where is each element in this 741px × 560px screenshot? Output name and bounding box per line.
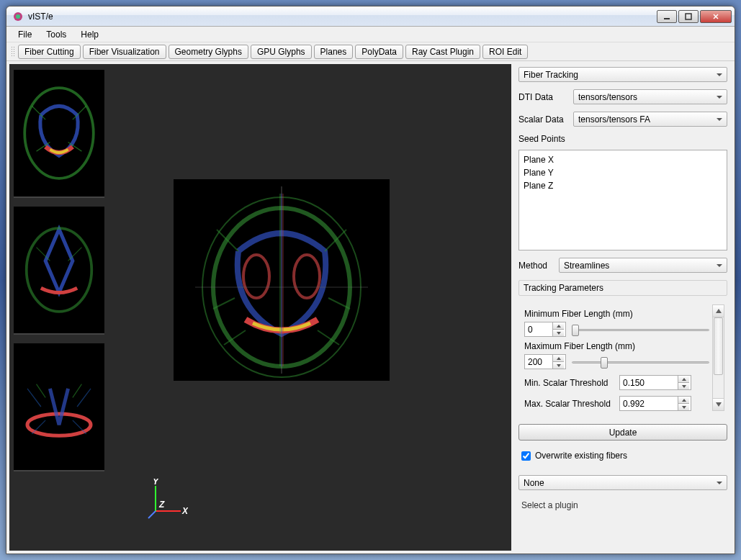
svg-point-10 [23, 225, 96, 315]
axis-z-label: Z [158, 500, 165, 510]
titlebar[interactable]: vIST/e [6, 6, 735, 27]
max-scalar-threshold-label: Max. Scalar Threshold [524, 399, 615, 409]
scroll-down-icon[interactable] [713, 398, 724, 410]
axis-x-label: X [181, 506, 188, 516]
tool-geometry-glyphs[interactable]: Geometry Glyphs [169, 45, 248, 59]
maximize-button[interactable] [678, 10, 699, 23]
min-fiber-length-input[interactable] [525, 325, 552, 335]
svg-rect-3 [686, 14, 691, 19]
plugin-hint: Select a plugin [518, 494, 727, 516]
min-scalar-threshold-label: Min. Scalar Threshold [524, 378, 615, 388]
min-fiber-length-label: Minimum Fiber Length (mm) [524, 309, 709, 319]
slice-thumbnails [9, 64, 109, 551]
axis-y-label: Y [153, 479, 159, 487]
tracking-params-header: Tracking Parameters [518, 280, 727, 296]
overwrite-fibers-checkbox[interactable] [521, 451, 531, 461]
close-button[interactable] [700, 10, 732, 23]
tool-gpu-glyphs[interactable]: GPU Glyphs [251, 45, 312, 59]
slice-coronal[interactable] [14, 207, 104, 335]
method-label: Method [518, 261, 554, 271]
update-button[interactable]: Update [518, 424, 727, 441]
list-item[interactable]: Plane X [524, 153, 722, 166]
svg-point-4 [21, 83, 97, 183]
scroll-thumb[interactable] [714, 317, 723, 375]
viewport: X Y Z [9, 64, 511, 551]
brain-volume [174, 179, 390, 381]
spin-down-icon[interactable] [553, 362, 564, 369]
spin-down-icon[interactable] [678, 383, 689, 389]
tool-polydata[interactable]: PolyData [355, 45, 403, 59]
plugin-select[interactable]: Fiber Tracking [518, 67, 727, 82]
app-window: vIST/e File Tools Help Fiber Cutting Fib… [6, 6, 735, 554]
tool-roi-edit[interactable]: ROI Edit [482, 45, 528, 59]
menu-file[interactable]: File [11, 28, 39, 41]
svg-rect-2 [664, 18, 670, 19]
tracking-params-panel: Minimum Fiber Length (mm) Maximum Fiber … [518, 300, 727, 414]
slice-sagittal[interactable] [14, 343, 104, 471]
spin-down-icon[interactable] [678, 404, 689, 410]
dti-data-select[interactable]: tensors/tensors [573, 89, 727, 104]
max-fiber-length-label: Maximum Fiber Length (mm) [524, 341, 709, 351]
min-scalar-threshold-spinner[interactable] [619, 375, 691, 390]
window-title: vIST/e [28, 12, 657, 22]
tool-planes[interactable]: Planes [314, 45, 354, 59]
max-fiber-length-input[interactable] [525, 357, 552, 367]
3d-viewport[interactable]: X Y Z [109, 64, 511, 551]
method-select[interactable]: Streamlines [559, 258, 727, 273]
seed-points-label: Seed Points [518, 134, 727, 144]
tool-fiber-cutting[interactable]: Fiber Cutting [18, 45, 81, 59]
svg-rect-14 [23, 379, 96, 443]
scalar-data-select[interactable]: tensors/tensors FA [573, 112, 727, 127]
min-fiber-length-slider[interactable] [572, 322, 709, 337]
spin-down-icon[interactable] [553, 330, 564, 336]
tool-fiber-visualization[interactable]: Fiber Visualization [83, 45, 166, 59]
dti-data-label: DTI Data [518, 92, 569, 102]
max-scalar-threshold-spinner[interactable] [619, 396, 691, 411]
scalar-data-label: Scalar Data [518, 114, 569, 125]
max-fiber-length-spinner[interactable] [524, 354, 566, 369]
axis-gizmo: X Y Z [145, 479, 188, 522]
seed-points-list[interactable]: Plane X Plane Y Plane Z [518, 150, 727, 250]
spin-up-icon[interactable] [678, 397, 689, 404]
tool-ray-cast-plugin[interactable]: Ray Cast Plugin [405, 45, 480, 59]
main-area: X Y Z Fiber Tracking DTI Data tensors/te… [6, 61, 735, 554]
sidebar-panel: Fiber Tracking DTI Data tensors/tensors … [514, 64, 732, 551]
spin-up-icon[interactable] [678, 376, 689, 383]
params-scrollbar[interactable] [712, 304, 724, 411]
menubar: File Tools Help [6, 27, 735, 42]
max-scalar-threshold-input[interactable] [620, 399, 678, 409]
overwrite-fibers-label: Overwrite existing fibers [535, 451, 627, 461]
menu-tools[interactable]: Tools [39, 28, 73, 41]
scroll-up-icon[interactable] [713, 305, 724, 317]
app-icon [12, 11, 24, 22]
list-item[interactable]: Plane Z [524, 179, 722, 192]
minimize-button[interactable] [657, 10, 677, 23]
svg-line-40 [148, 511, 156, 518]
list-item[interactable]: Plane Y [524, 166, 722, 179]
max-fiber-length-slider[interactable] [572, 355, 709, 369]
menu-help[interactable]: Help [73, 28, 106, 41]
min-scalar-threshold-input[interactable] [620, 378, 678, 388]
spin-up-icon[interactable] [553, 322, 564, 330]
bottom-plugin-select[interactable]: None [518, 475, 727, 490]
svg-point-1 [16, 14, 20, 19]
toolbar: Fiber Cutting Fiber Visualization Geomet… [6, 42, 735, 61]
toolbar-grip-icon[interactable] [11, 46, 14, 58]
min-fiber-length-spinner[interactable] [524, 322, 566, 337]
slice-axial[interactable] [14, 70, 104, 198]
spin-up-icon[interactable] [553, 355, 564, 362]
